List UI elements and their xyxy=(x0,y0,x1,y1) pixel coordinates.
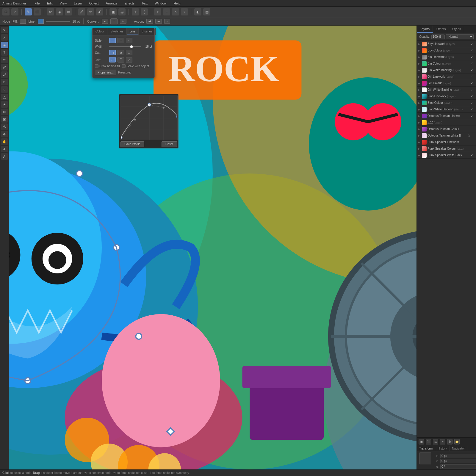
cap-butt[interactable]: ⊣ xyxy=(109,50,116,55)
cap-square[interactable]: ⊐ xyxy=(126,50,132,55)
join-miter[interactable]: ⌐ xyxy=(109,57,116,62)
line-color-box[interactable] xyxy=(38,19,44,24)
tab-history[interactable]: History xyxy=(435,446,450,451)
canvas-area[interactable]: ROCK $ $ MR TAXM xyxy=(9,26,416,469)
persona-pixel[interactable]: ⬛ xyxy=(34,8,41,15)
y-input[interactable] xyxy=(440,459,476,463)
width-slider[interactable] xyxy=(109,46,141,47)
layer-item[interactable]: ▶ Blob Colour (Layer) ✓ xyxy=(417,100,476,106)
tool-zoom2[interactable]: ⊕ xyxy=(1,131,8,137)
layer-visibility-icon[interactable]: ✓ xyxy=(471,88,475,91)
menu-effects[interactable]: Effects xyxy=(123,1,136,6)
tool-snap[interactable]: ⊹ xyxy=(132,8,139,15)
tool-divide[interactable]: ÷ xyxy=(181,8,188,15)
layer-expand-arrow[interactable]: ▶ xyxy=(418,82,421,85)
tool-arrow[interactable]: ↖ xyxy=(1,27,8,33)
layer-item[interactable]: ▶ Octopus Taxman Linewo ✓ xyxy=(417,113,476,119)
menu-edit[interactable]: Edit xyxy=(46,1,54,6)
layer-delete-btn[interactable]: 🗑 xyxy=(447,439,452,444)
r-input[interactable] xyxy=(440,464,476,469)
menu-layer[interactable]: Layer xyxy=(73,1,83,6)
tab-transform[interactable]: Transform xyxy=(417,446,435,451)
layer-item[interactable]: ▶ Punk Speaker Colour (La...) xyxy=(417,145,476,152)
opacity-input[interactable] xyxy=(431,35,445,39)
properties-button[interactable]: Properties... xyxy=(95,70,116,75)
layer-expand-arrow[interactable]: ▶ xyxy=(418,49,421,52)
blend-mode-select[interactable]: Normal xyxy=(446,34,474,39)
layer-item[interactable]: ▶ Octopus Taxman White B fx xyxy=(417,132,476,139)
tool-brush2[interactable]: 🖌 xyxy=(1,71,8,78)
layer-expand-arrow[interactable]: ▶ xyxy=(418,62,421,65)
x-input[interactable] xyxy=(440,454,476,458)
tool-vector[interactable]: 🖊 xyxy=(1,64,8,71)
tool-type[interactable]: T xyxy=(1,49,8,56)
style-solid[interactable]: — xyxy=(109,38,116,43)
tab-colour[interactable]: Colour xyxy=(93,28,107,35)
layer-add-btn[interactable]: + xyxy=(440,439,445,444)
layer-item[interactable]: ▶ ZZZ (Layer) xyxy=(417,119,476,126)
layer-item[interactable]: ▶ Girl Linework (Layer) ✓ xyxy=(417,73,476,80)
layer-item[interactable]: ▶ Punk Speaker White Back ✓ xyxy=(417,152,476,159)
layer-item[interactable]: ▶ Octopus Taxman Colour xyxy=(417,126,476,132)
tool-fill[interactable]: ▣ xyxy=(1,116,8,123)
layer-expand-arrow[interactable]: ▶ xyxy=(418,121,421,124)
layer-item[interactable]: ▶ Girl White Backing (Layer) ✓ xyxy=(417,87,476,93)
layer-expand-arrow[interactable]: ▶ xyxy=(418,56,421,59)
layer-visibility-icon[interactable]: ✓ xyxy=(471,101,475,104)
tab-brushes[interactable]: Brushes xyxy=(139,28,156,35)
layer-item[interactable]: ▶ Bin Colour (Layer) ✓ xyxy=(417,60,476,67)
layer-expand-arrow[interactable]: ▶ xyxy=(418,134,421,137)
tab-line[interactable]: Line xyxy=(127,28,139,35)
layer-visibility-icon[interactable]: ✓ xyxy=(471,108,475,111)
share-tool[interactable]: ⇗ xyxy=(11,8,18,15)
tool-intersect[interactable]: ∩ xyxy=(172,8,179,15)
pressure-curve-canvas[interactable] xyxy=(120,95,178,140)
tool-node[interactable]: ◈ xyxy=(56,8,63,15)
menu-help[interactable]: Help xyxy=(172,1,181,6)
tab-styles[interactable]: Styles xyxy=(449,26,464,33)
layer-visibility-icon[interactable]: ✓ xyxy=(471,49,475,52)
tool-pen[interactable]: 🖊 xyxy=(78,8,85,15)
layer-item[interactable]: ▶ Blob Linework (Layer) ✓ xyxy=(417,93,476,100)
layer-expand-arrow[interactable]: ▶ xyxy=(418,141,421,144)
layer-group-btn[interactable]: 📁 xyxy=(454,439,460,444)
layer-visibility-icon[interactable]: ✓ xyxy=(471,62,475,65)
layer-visibility-icon[interactable]: ✓ xyxy=(471,55,475,59)
layer-visibility-icon[interactable]: ✓ xyxy=(471,68,475,72)
menu-arrange[interactable]: Arrange xyxy=(105,1,119,6)
layer-visibility-icon[interactable]: ✓ xyxy=(471,42,475,46)
menu-object[interactable]: Object xyxy=(88,1,100,6)
join-bevel[interactable]: ⊿ xyxy=(126,57,132,62)
tab-navigator[interactable]: Navigator xyxy=(450,446,467,451)
tool-ellipse[interactable]: ○ xyxy=(1,86,8,93)
layer-move-btn[interactable]: ▣ xyxy=(419,439,424,444)
convert-smooth[interactable]: ∧ xyxy=(102,19,108,24)
layer-expand-arrow[interactable]: ▶ xyxy=(418,69,421,72)
action-join[interactable]: ⇎ xyxy=(155,19,162,24)
menu-window[interactable]: Window xyxy=(154,1,167,6)
convert-smart[interactable]: ∿ xyxy=(120,19,126,24)
cap-round[interactable]: ⊃ xyxy=(118,50,124,55)
draw-behind-fill-checkbox[interactable]: Draw behind fill xyxy=(95,64,120,68)
layer-item[interactable]: ▶ Girl Colour (Layer) ✓ xyxy=(417,80,476,87)
menu-text[interactable]: Text xyxy=(140,1,149,6)
layer-item[interactable]: ▶ Boy Linework (Layer) ✓ xyxy=(417,41,476,47)
tab-effects[interactable]: Effects xyxy=(433,26,449,33)
tool-zoom[interactable]: ⊕ xyxy=(65,8,72,15)
layer-expand-arrow[interactable]: ▶ xyxy=(418,75,421,78)
tool-transform[interactable]: ⟳ xyxy=(47,8,54,15)
tab-layers[interactable]: Layers xyxy=(417,26,433,33)
fill-color-box[interactable] xyxy=(20,19,26,24)
tool-shape-pen[interactable]: ✏ xyxy=(1,57,8,63)
layer-visibility-icon[interactable]: ✓ xyxy=(471,95,475,98)
tool-poly[interactable]: △ xyxy=(1,94,8,100)
menu-view[interactable]: View xyxy=(59,1,68,6)
layer-expand-arrow[interactable]: ▶ xyxy=(418,108,421,111)
layer-expand-arrow[interactable]: ▶ xyxy=(418,43,421,46)
tool-grid[interactable]: ⋮ xyxy=(141,8,148,15)
tool-crop[interactable]: ⊞ xyxy=(1,109,8,115)
style-dashed[interactable]: -- xyxy=(118,38,124,43)
select-tool[interactable]: ⊞ xyxy=(2,8,10,15)
layer-expand-arrow[interactable]: ▶ xyxy=(418,88,421,91)
layer-item[interactable]: ▶ Boy Colour (Layer) ✓ xyxy=(417,47,476,54)
